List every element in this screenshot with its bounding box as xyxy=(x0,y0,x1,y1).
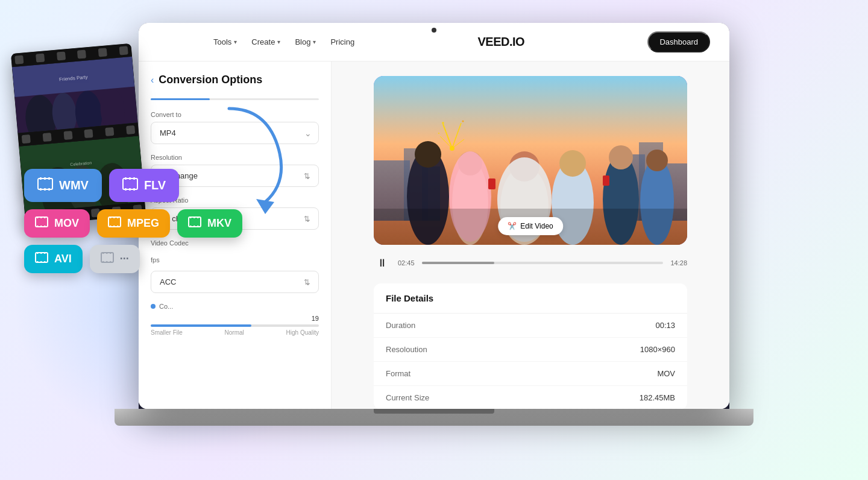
avi-label: AVI xyxy=(54,253,72,265)
svg-rect-14 xyxy=(40,177,42,180)
right-panel: ✂️ Edit Video ⏸ 02:45 xyxy=(332,62,729,409)
logo: VEED.IO xyxy=(477,35,524,49)
badge-avi[interactable]: AVI xyxy=(24,245,83,273)
svg-rect-52 xyxy=(37,261,39,263)
svg-rect-29 xyxy=(40,216,42,218)
svg-rect-45 xyxy=(190,226,192,227)
svg-rect-48 xyxy=(36,253,48,262)
wmv-label: WMV xyxy=(59,178,89,192)
format-badges-container: WMV FLV xyxy=(24,169,242,280)
svg-rect-84 xyxy=(603,175,609,186)
mkv-film-icon xyxy=(188,216,201,230)
dashboard-button[interactable]: Dashboard xyxy=(647,31,710,52)
flv-label: FLV xyxy=(144,178,166,192)
svg-point-89 xyxy=(450,146,454,151)
svg-rect-55 xyxy=(101,253,113,262)
svg-rect-49 xyxy=(37,252,39,254)
svg-rect-25 xyxy=(129,188,131,191)
svg-rect-35 xyxy=(110,216,112,218)
laptop-base xyxy=(115,409,753,426)
svg-rect-61 xyxy=(110,261,112,263)
quality-slider-group: 19 Smaller File Normal High Quality xyxy=(151,315,319,336)
nav-create[interactable]: Create ▾ xyxy=(251,37,280,46)
svg-rect-13 xyxy=(38,178,52,189)
video-preview: ✂️ Edit Video ⏸ 02:45 xyxy=(374,76,687,409)
progress-fill xyxy=(151,98,210,100)
badge-mkv[interactable]: MKV xyxy=(177,209,242,238)
nav-left: Tools ▾ Create ▾ Blog ▾ xyxy=(158,37,354,46)
svg-rect-18 xyxy=(44,188,46,191)
audio-spinner: ⇅ xyxy=(304,278,310,286)
panel-title: Conversion Options xyxy=(159,74,262,86)
badge-mov[interactable]: MOV xyxy=(24,209,90,238)
tools-chevron: ▾ xyxy=(234,39,237,45)
convert-to-select-wrapper: MP4 xyxy=(151,122,319,144)
svg-rect-33 xyxy=(44,226,46,227)
mpeg-film-icon xyxy=(108,216,121,230)
navigation: Tools ▾ Create ▾ Blog ▾ xyxy=(139,23,729,62)
pause-button[interactable]: ⏸ xyxy=(374,254,391,271)
mpeg-label: MPEG xyxy=(127,217,159,230)
svg-rect-30 xyxy=(44,216,46,218)
svg-rect-44 xyxy=(197,216,199,218)
more-label: ··· xyxy=(120,253,129,265)
progress-current xyxy=(422,262,494,264)
resolution-spinner: ⇅ xyxy=(304,172,310,180)
badge-wmv[interactable]: WMV xyxy=(24,169,102,202)
svg-rect-60 xyxy=(106,261,108,263)
svg-point-70 xyxy=(415,141,441,168)
panel-header: ‹ Conversion Options xyxy=(151,74,319,86)
svg-rect-46 xyxy=(193,226,195,227)
badge-mpeg[interactable]: MPEG xyxy=(97,209,170,238)
svg-point-78 xyxy=(559,150,586,177)
detail-row-format: Format MOV xyxy=(374,362,687,386)
svg-rect-38 xyxy=(110,226,112,227)
quality-labels: Smaller File Normal High Quality xyxy=(151,329,319,336)
svg-rect-15 xyxy=(44,177,46,180)
svg-rect-40 xyxy=(117,226,119,227)
time-total: 14:28 xyxy=(670,259,687,267)
blog-chevron: ▾ xyxy=(313,39,316,45)
time-current: 02:45 xyxy=(398,259,415,267)
svg-rect-16 xyxy=(48,177,50,180)
svg-rect-83 xyxy=(488,178,495,189)
edit-video-button[interactable]: ✂️ Edit Video xyxy=(498,217,563,235)
svg-rect-59 xyxy=(102,261,104,263)
flv-film-icon xyxy=(122,177,138,194)
svg-point-92 xyxy=(438,133,439,134)
nav-tools[interactable]: Tools ▾ xyxy=(213,37,237,46)
svg-rect-20 xyxy=(123,178,137,189)
svg-rect-36 xyxy=(113,216,115,218)
svg-rect-19 xyxy=(48,188,50,191)
svg-rect-50 xyxy=(40,252,42,254)
svg-rect-51 xyxy=(44,252,46,254)
more-film-icon xyxy=(101,252,114,266)
nav-links: Tools ▾ Create ▾ Blog ▾ xyxy=(213,37,354,46)
compress-indicator xyxy=(151,304,156,309)
badge-flv[interactable]: FLV xyxy=(109,169,179,202)
progress-track[interactable] xyxy=(422,262,664,264)
svg-rect-42 xyxy=(190,216,192,218)
nav-blog[interactable]: Blog ▾ xyxy=(295,37,316,46)
mov-film-icon xyxy=(35,216,48,230)
badge-more[interactable]: ··· xyxy=(90,245,140,273)
quality-value: 19 xyxy=(312,315,319,322)
wmv-film-icon xyxy=(37,177,53,194)
svg-rect-54 xyxy=(44,261,46,263)
back-button[interactable]: ‹ xyxy=(151,75,154,86)
svg-rect-17 xyxy=(40,188,42,191)
svg-rect-37 xyxy=(117,216,119,218)
edit-icon: ✂️ xyxy=(508,222,517,230)
convert-to-select[interactable]: MP4 xyxy=(151,122,319,144)
svg-rect-24 xyxy=(125,188,127,191)
svg-rect-26 xyxy=(133,188,135,191)
svg-rect-27 xyxy=(36,217,48,227)
svg-rect-31 xyxy=(37,226,39,227)
avi-film-icon xyxy=(35,252,48,266)
video-thumbnail: ✂️ Edit Video xyxy=(374,76,687,245)
compress-row: Co... xyxy=(151,303,319,310)
svg-rect-39 xyxy=(113,226,115,227)
aspect-spinner: ⇅ xyxy=(304,215,310,223)
create-chevron: ▾ xyxy=(277,39,280,45)
nav-pricing[interactable]: Pricing xyxy=(330,37,354,46)
